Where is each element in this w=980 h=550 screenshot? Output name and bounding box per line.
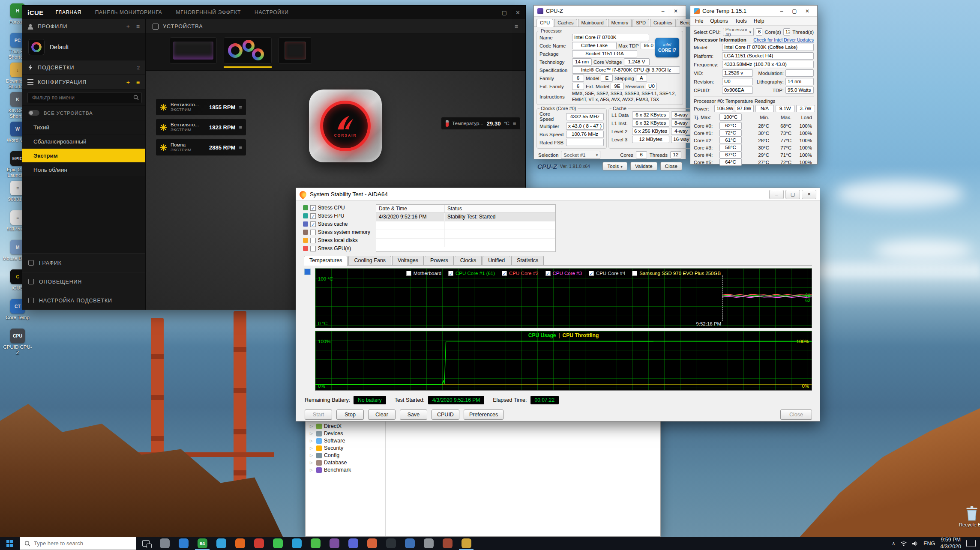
aida64-tree-item[interactable]: ▷ DirectX bbox=[310, 423, 351, 430]
taskbar-app-edge[interactable] bbox=[174, 537, 193, 550]
minimize-icon[interactable]: – bbox=[775, 6, 788, 16]
stress-checkbox[interactable] bbox=[310, 213, 316, 219]
cpuz-tab[interactable]: Mainboard bbox=[578, 19, 607, 27]
legend-checkbox[interactable] bbox=[448, 271, 453, 276]
validate-button[interactable]: Validate bbox=[630, 162, 657, 170]
taskbar-app-chrome[interactable] bbox=[306, 537, 325, 550]
device-thumb-keyboard[interactable] bbox=[170, 37, 217, 64]
aida64-tree-item[interactable]: ▷ Database bbox=[310, 459, 351, 466]
stress-option[interactable]: Stress CPU bbox=[303, 204, 372, 211]
processor-select[interactable]: Processor #0▾ bbox=[723, 28, 754, 36]
taskbar-app-viber[interactable] bbox=[325, 537, 344, 550]
cooling-mode-item[interactable]: Тихий bbox=[22, 120, 145, 135]
fan-menu-icon[interactable]: ≡ bbox=[239, 104, 242, 111]
taskbar-search[interactable] bbox=[20, 537, 136, 550]
start-button[interactable] bbox=[0, 537, 20, 550]
socket-select[interactable]: Socket #1▾ bbox=[561, 151, 600, 159]
legend-checkbox[interactable] bbox=[502, 271, 507, 276]
aida64-tree-item[interactable]: ▷ Software bbox=[310, 437, 351, 444]
sst-button[interactable]: Start bbox=[305, 410, 332, 420]
expand-arrow-icon[interactable]: ▷ bbox=[310, 468, 314, 472]
aida64-tree-item[interactable]: ▷ Benchmark bbox=[310, 466, 351, 473]
icue-menu-item[interactable]: МГНОВЕННЫЙ ЭФФЕКТ bbox=[176, 9, 241, 15]
stress-option[interactable]: Stress system memory bbox=[303, 229, 372, 236]
notification-center-icon[interactable] bbox=[966, 540, 976, 547]
legend-checkbox[interactable] bbox=[632, 271, 637, 276]
legend-item[interactable]: CPU Core #2 bbox=[502, 270, 538, 277]
desktop-icon-cpu-z[interactable]: CPU CPUID CPU-Z bbox=[2, 328, 33, 357]
devices-menu-icon[interactable]: ≡ bbox=[515, 23, 518, 30]
sst-button[interactable]: Clear bbox=[368, 410, 396, 420]
tools-button[interactable]: Tools▾ bbox=[602, 162, 627, 170]
fan-row[interactable]: Вентилято... ЭКСТРИМ 1855 RPM ≡ bbox=[156, 99, 246, 115]
add-config-button[interactable]: + bbox=[126, 79, 130, 86]
cooling-mode-item[interactable]: Экстрим bbox=[22, 149, 145, 163]
expand-arrow-icon[interactable]: ▷ bbox=[310, 446, 314, 450]
taskbar-app-firefox[interactable] bbox=[231, 537, 249, 550]
all-devices-toggle[interactable] bbox=[28, 110, 39, 116]
menu-item[interactable]: File bbox=[692, 17, 706, 25]
temperature-overlay[interactable]: Температур... 29.30 °C ≡ bbox=[441, 117, 521, 130]
stress-checkbox[interactable] bbox=[310, 246, 316, 251]
sst-tab[interactable]: Cooling Fans bbox=[348, 256, 391, 265]
stress-option[interactable]: Stress FPU bbox=[303, 212, 372, 219]
stress-checkbox[interactable] bbox=[310, 221, 316, 227]
taskbar-app-steam[interactable] bbox=[381, 537, 400, 550]
profiles-menu-icon[interactable]: ≡ bbox=[136, 23, 140, 30]
sst-tab[interactable]: Clocks bbox=[455, 256, 482, 265]
taskbar-app-whatsapp[interactable] bbox=[268, 537, 287, 550]
legend-checkbox[interactable] bbox=[589, 271, 594, 276]
cpuz-tab[interactable]: CPU bbox=[536, 19, 553, 27]
close-icon[interactable]: ✕ bbox=[802, 190, 816, 199]
filter-input[interactable] bbox=[27, 92, 142, 103]
config-header[interactable]: КОНФИГУРАЦИЯ +≡ bbox=[22, 75, 145, 90]
legend-item[interactable]: CPU Core #1 (61) bbox=[448, 270, 495, 277]
device-thumb-fans[interactable] bbox=[224, 37, 272, 64]
aida64-tree-item[interactable]: ▷ Security bbox=[310, 445, 351, 451]
icue-menu-item[interactable]: ПАНЕЛЬ МОНИТОРИНГА bbox=[95, 9, 162, 15]
tray-expand-icon[interactable]: ∧ bbox=[892, 541, 895, 546]
legend-item[interactable]: CPU Core #3 bbox=[545, 270, 582, 277]
taskbar-app-aida64[interactable]: 64 bbox=[193, 537, 212, 550]
stress-checkbox[interactable] bbox=[310, 238, 316, 243]
stress-option[interactable]: Stress cache bbox=[303, 221, 372, 227]
search-input[interactable] bbox=[34, 540, 132, 547]
driver-update-link[interactable]: Check for Intel Driver Updates bbox=[753, 37, 814, 42]
lighting-header[interactable]: ПОДСВЕТКИ 2 bbox=[22, 60, 145, 75]
sst-tab[interactable]: Unified bbox=[483, 256, 510, 265]
cooling-mode-item[interactable]: Ноль об/мин bbox=[22, 163, 145, 177]
taskbar-app-gmail[interactable] bbox=[363, 537, 381, 550]
menu-item[interactable]: Options bbox=[707, 17, 731, 25]
taskbar-app-vscode[interactable] bbox=[400, 537, 419, 550]
close-button[interactable]: Close bbox=[780, 410, 812, 420]
taskbar-app-discord[interactable] bbox=[344, 537, 363, 550]
close-button[interactable]: Close bbox=[660, 162, 682, 170]
minimize-icon[interactable]: – bbox=[490, 9, 493, 16]
legend-checkbox[interactable] bbox=[406, 271, 411, 276]
cpuz-tab[interactable]: Caches bbox=[554, 19, 577, 27]
cooling-mode-item[interactable]: Сбалансированный bbox=[22, 135, 145, 149]
legend-checkbox[interactable] bbox=[545, 271, 551, 276]
aida64-tree-item[interactable]: ▷ Devices bbox=[310, 430, 351, 437]
sst-tab[interactable]: Powers bbox=[425, 256, 454, 265]
sst-tab[interactable]: Voltages bbox=[392, 256, 424, 265]
maximize-icon[interactable]: ▢ bbox=[785, 190, 800, 199]
fan-row[interactable]: Вентилято... ЭКСТРИМ 1823 RPM ≡ bbox=[156, 119, 246, 135]
device-thumb-cooler[interactable] bbox=[279, 37, 312, 64]
close-icon[interactable]: ✕ bbox=[669, 6, 682, 16]
stress-checkbox[interactable] bbox=[310, 205, 316, 211]
volume-icon[interactable] bbox=[912, 541, 918, 546]
stress-option[interactable]: Stress GPU(s) bbox=[303, 245, 372, 252]
menu-item[interactable]: Tools bbox=[732, 17, 750, 25]
maximize-icon[interactable]: ▢ bbox=[502, 9, 507, 16]
legend-item[interactable]: Motherboard bbox=[406, 270, 441, 277]
sst-button[interactable]: Save bbox=[400, 410, 427, 420]
taskbar-app-telegram[interactable] bbox=[287, 537, 306, 550]
expand-arrow-icon[interactable]: ▷ bbox=[310, 431, 314, 436]
sst-tab[interactable]: Temperatures bbox=[304, 256, 348, 266]
legend-item[interactable]: CPU Core #4 bbox=[589, 270, 625, 277]
cpuz-tab[interactable]: SPD bbox=[632, 19, 649, 27]
sidebar-footer-item[interactable]: ГРАФИК bbox=[22, 253, 145, 272]
expand-arrow-icon[interactable]: ▷ bbox=[310, 460, 314, 465]
sst-button[interactable]: Stop bbox=[336, 410, 364, 420]
